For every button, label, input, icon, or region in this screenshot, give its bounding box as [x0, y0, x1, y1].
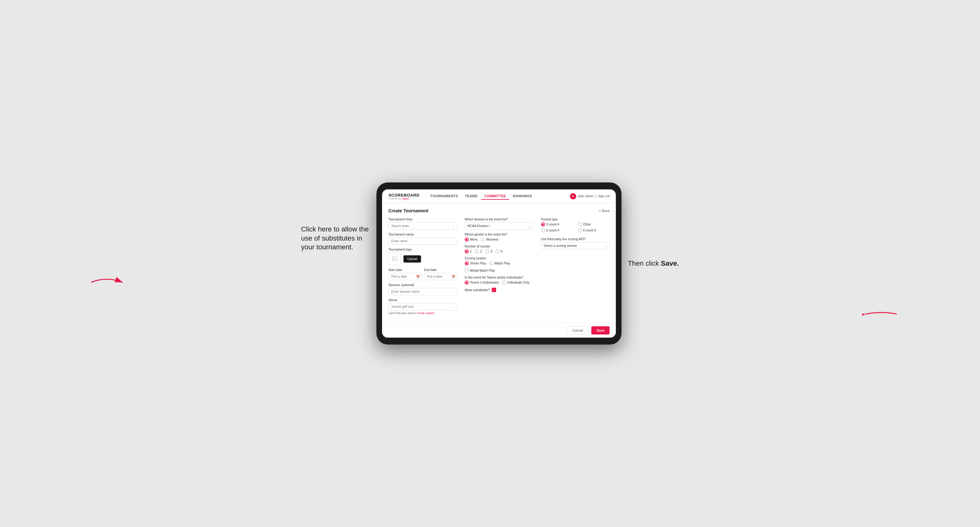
gender-mens-radio[interactable]: [465, 237, 469, 241]
division-label: Which division is the event for?: [465, 217, 533, 221]
format-6count5[interactable]: 6 count 5: [578, 228, 609, 232]
start-date-wrapper: 📅: [388, 273, 422, 280]
allow-substitutes-label: Allow substitutes?: [465, 288, 490, 292]
format-6count4-label: 6 count 4: [546, 229, 559, 232]
venue-input[interactable]: [388, 303, 457, 310]
rounds-1-label: 1: [470, 250, 472, 253]
nav-username: blair admin: [578, 194, 593, 198]
division-select[interactable]: NCAA Division I: [465, 222, 533, 230]
individuals-only[interactable]: Individuals Only: [502, 281, 530, 284]
venue-select-wrapper: [388, 303, 457, 310]
format-other-label: Other: [583, 223, 591, 226]
svg-rect-1: [393, 257, 397, 261]
format-5count4[interactable]: 5 count 4: [541, 222, 573, 227]
tournament-name-label: Tournament name: [388, 233, 457, 236]
teams-with-individuals-radio[interactable]: [465, 281, 469, 284]
page-header: Create Tournament < Back: [388, 208, 609, 213]
back-link[interactable]: < Back: [599, 209, 609, 213]
rounds-label: Number of rounds: [465, 244, 533, 248]
gender-womens-label: Womens: [486, 238, 498, 241]
nav-tournaments[interactable]: TOURNAMENTS: [427, 193, 461, 200]
nav-teams[interactable]: TEAMS: [462, 193, 481, 200]
scoring-medal[interactable]: Medal Match Play: [465, 268, 495, 273]
logo-placeholder: [388, 252, 401, 265]
sponsor-group: Sponsor (optional): [388, 283, 457, 295]
tournament-name-group: Tournament name: [388, 233, 457, 244]
rounds-4[interactable]: 4: [495, 249, 503, 254]
logo-scoreboard: SCOREBOARD: [388, 193, 420, 198]
rounds-3-label: 3: [490, 250, 492, 253]
gender-label: Which gender is the event for?: [465, 233, 533, 236]
scoring-match[interactable]: Match Play: [489, 261, 510, 265]
gender-mens-label: Mens: [470, 238, 477, 241]
rounds-3[interactable]: 3: [485, 249, 492, 254]
sponsor-input[interactable]: [388, 288, 457, 295]
format-6count5-radio[interactable]: [578, 228, 582, 232]
individuals-only-label: Individuals Only: [508, 281, 530, 284]
rounds-3-radio[interactable]: [485, 249, 489, 254]
gender-womens-radio[interactable]: [481, 237, 485, 241]
logo-powered: Powered by clippd: [388, 198, 420, 200]
nav-signout[interactable]: Sign out: [598, 194, 609, 198]
image-icon: [392, 256, 398, 262]
scoring-service-label: Use third-party live scoring API?: [541, 237, 610, 241]
scoring-service-select[interactable]: Select a scoring service: [541, 242, 610, 249]
tournament-name-input[interactable]: [388, 237, 457, 244]
save-button[interactable]: Save: [591, 326, 609, 335]
gender-radio-group: Mens Womens: [465, 237, 533, 241]
gender-group: Which gender is the event for? Mens Wome…: [465, 233, 533, 241]
scoring-service-group: Use third-party live scoring API? Select…: [541, 237, 610, 249]
teams-with-individuals[interactable]: Teams (+Individuals): [465, 281, 499, 284]
tournament-host-input[interactable]: [388, 222, 457, 230]
individuals-only-radio[interactable]: [502, 281, 506, 284]
format-other-radio[interactable]: [578, 222, 582, 227]
format-other[interactable]: Other: [578, 222, 609, 227]
tournament-host-group: Tournament Host: [388, 217, 457, 230]
division-select-wrapper: NCAA Division I: [465, 222, 533, 230]
scoring-system-group: Scoring system Stroke Play Match Play: [465, 257, 533, 273]
scoring-medal-radio[interactable]: [465, 268, 469, 273]
rounds-2-radio[interactable]: [475, 249, 479, 254]
scoring-stroke[interactable]: Stroke Play: [465, 261, 486, 265]
nav-separator: |: [595, 194, 597, 198]
scoring-service-select-wrapper: Select a scoring service: [541, 242, 610, 249]
upload-button[interactable]: Upload: [403, 256, 421, 263]
gender-mens[interactable]: Mens: [465, 237, 477, 241]
outer-wrapper: Click here to allow the use of substitut…: [13, 183, 967, 344]
form-grid: Tournament Host Tournament name Tourname…: [388, 217, 609, 318]
nav-user: B blair admin | Sign out: [570, 193, 609, 199]
teams-with-individuals-label: Teams (+Individuals): [470, 281, 499, 284]
format-6count4[interactable]: 6 count 4: [541, 228, 573, 232]
arrow-right: [862, 306, 900, 322]
allow-substitutes-checkbox[interactable]: [492, 288, 496, 292]
rounds-4-radio[interactable]: [495, 249, 500, 254]
gender-womens[interactable]: Womens: [481, 237, 498, 241]
allow-substitutes-group: Allow substitutes?: [465, 288, 533, 292]
nav-rankings[interactable]: RANKINGS: [510, 193, 535, 200]
venue-label: Venue: [388, 298, 457, 302]
rounds-group: Number of rounds 1 2: [465, 244, 533, 254]
scoring-stroke-radio[interactable]: [465, 261, 469, 265]
start-date-label: Start date: [388, 268, 422, 271]
form-section-middle: Which division is the event for? NCAA Di…: [465, 217, 533, 318]
tablet-device: SCOREBOARD Powered by clippd TOURNAMENTS…: [376, 183, 622, 344]
email-support-link[interactable]: email support: [417, 311, 434, 315]
tournament-host-select-wrapper: [388, 222, 457, 230]
rounds-1[interactable]: 1: [465, 249, 472, 254]
nav-bar: SCOREBOARD Powered by clippd TOURNAMENTS…: [382, 189, 616, 203]
logo-upload-area: Upload: [388, 252, 457, 265]
format-type-grid: 5 count 4 Other 6 count 4: [541, 222, 610, 232]
annotation-left: Click here to allow the use of substitut…: [301, 225, 370, 252]
start-date-group: Start date 📅: [388, 268, 422, 280]
rounds-2[interactable]: 2: [475, 249, 482, 254]
division-group: Which division is the event for? NCAA Di…: [465, 217, 533, 230]
cancel-button[interactable]: Cancel: [567, 326, 588, 335]
nav-links: TOURNAMENTS TEAMS COMMITTEE RANKINGS: [427, 193, 570, 200]
scoring-match-radio[interactable]: [489, 261, 493, 265]
nav-committee[interactable]: COMMITTEE: [481, 193, 509, 200]
format-5count4-radio[interactable]: [541, 222, 545, 227]
format-6count4-radio[interactable]: [541, 228, 545, 232]
rounds-1-radio[interactable]: [465, 249, 469, 254]
rounds-2-label: 2: [480, 250, 482, 253]
annotation-right: Then click Save.: [628, 259, 679, 268]
